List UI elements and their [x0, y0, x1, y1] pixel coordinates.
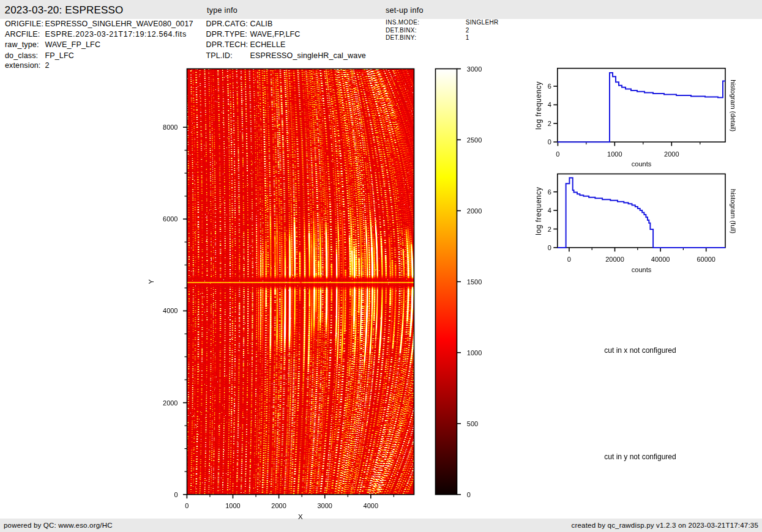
- svg-text:0: 0: [567, 256, 571, 263]
- svg-text:histogram (detail): histogram (detail): [730, 79, 737, 131]
- svg-text:1000: 1000: [607, 150, 622, 158]
- svg-text:4: 4: [548, 101, 551, 108]
- svg-text:2000: 2000: [163, 399, 177, 407]
- svg-text:20000: 20000: [605, 256, 624, 263]
- svg-text:6: 6: [548, 188, 551, 196]
- svg-text:2500: 2500: [467, 136, 482, 144]
- svg-text:2000: 2000: [664, 150, 679, 158]
- svg-text:X: X: [298, 513, 303, 520]
- svg-text:4000: 4000: [364, 502, 378, 509]
- svg-text:cut in y not configured: cut in y not configured: [604, 453, 676, 461]
- svg-text:2000: 2000: [271, 502, 286, 509]
- svg-text:cut in x not configured: cut in x not configured: [604, 346, 676, 355]
- svg-text:500: 500: [467, 420, 478, 427]
- svg-text:3000: 3000: [467, 65, 482, 73]
- svg-text:4000: 4000: [163, 307, 177, 314]
- svg-text:log frequency: log frequency: [534, 187, 543, 235]
- svg-text:2000: 2000: [467, 207, 482, 215]
- svg-text:1000: 1000: [467, 349, 482, 357]
- svg-text:40000: 40000: [651, 256, 670, 263]
- svg-text:0: 0: [467, 491, 471, 498]
- svg-text:0: 0: [174, 491, 177, 498]
- svg-text:4: 4: [548, 207, 551, 214]
- svg-text:6: 6: [548, 83, 551, 90]
- svg-text:counts: counts: [632, 266, 652, 273]
- svg-text:histogram (full): histogram (full): [730, 189, 737, 234]
- svg-text:0: 0: [556, 150, 559, 158]
- svg-text:2: 2: [548, 120, 551, 127]
- svg-text:6000: 6000: [163, 215, 177, 223]
- svg-text:1000: 1000: [225, 502, 240, 509]
- svg-text:60000: 60000: [697, 256, 715, 263]
- svg-text:counts: counts: [632, 160, 652, 168]
- svg-text:8000: 8000: [163, 124, 177, 131]
- svg-text:0: 0: [185, 502, 189, 509]
- svg-text:1500: 1500: [467, 278, 482, 286]
- svg-text:2: 2: [548, 226, 551, 233]
- svg-text:Y: Y: [148, 279, 155, 284]
- svg-text:3000: 3000: [317, 502, 332, 509]
- svg-text:0: 0: [548, 138, 551, 146]
- svg-text:0: 0: [548, 244, 551, 251]
- svg-text:log frequency: log frequency: [534, 81, 543, 130]
